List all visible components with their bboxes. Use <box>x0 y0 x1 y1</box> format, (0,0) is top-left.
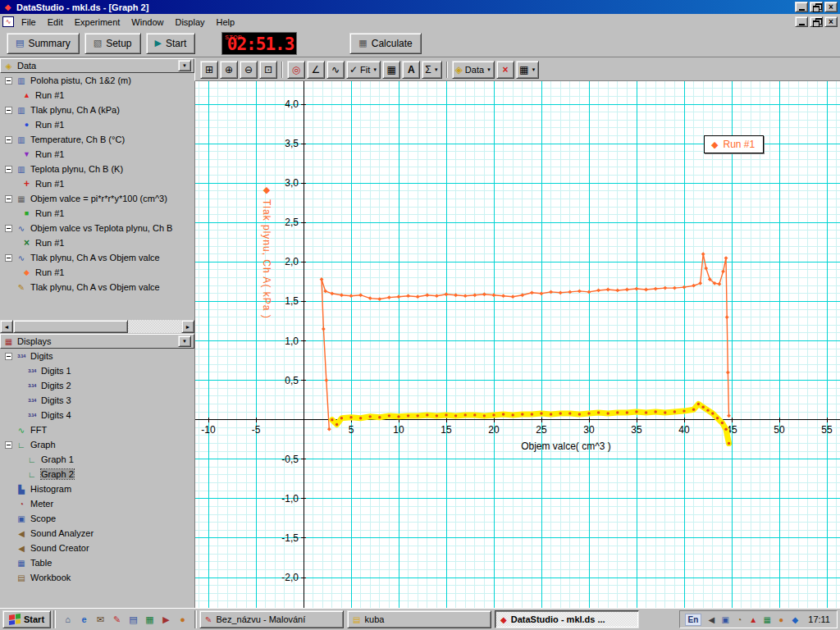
tray-messenger-icon[interactable]: ◆ <box>789 615 801 624</box>
display-type-row[interactable]: ▤Workbook <box>0 570 194 585</box>
data-source-row[interactable]: ∿Objem valce vs Teplota plynu, Ch B <box>0 221 194 235</box>
tray-display-icon[interactable]: ▣ <box>719 615 731 624</box>
run-row[interactable]: +Run #1 <box>0 176 194 191</box>
collapse-icon[interactable] <box>5 195 12 203</box>
run-row[interactable]: ×Run #1 <box>0 235 194 250</box>
display-type-row[interactable]: ∟Graph <box>0 437 194 452</box>
display-item-row[interactable]: 3.14Digits 4 <box>0 408 194 422</box>
quicklaunch-sheet[interactable]: ▦ <box>143 613 157 627</box>
menu-item-help[interactable]: Help <box>211 16 241 29</box>
quicklaunch-media[interactable]: ▶ <box>159 613 173 627</box>
data-source-row[interactable]: ▥Tlak plynu, Ch A (kPa) <box>0 103 194 117</box>
summary-button[interactable]: ▤ Summary <box>7 33 80 54</box>
collapse-icon[interactable] <box>5 254 12 262</box>
quicklaunch-globe[interactable]: ● <box>176 613 189 627</box>
run-row[interactable]: ▲Run #1 <box>0 88 194 103</box>
graph-settings-button[interactable]: ▦▼ <box>516 61 539 79</box>
data-source-row[interactable]: ▥Temperature, Ch B (°C) <box>0 132 194 147</box>
smart-tool-button[interactable]: ◎ <box>287 61 305 79</box>
display-item-row[interactable]: ∟Graph 1 <box>0 452 194 467</box>
scroll-left-button[interactable]: ◄ <box>0 320 13 333</box>
diamond-data-point <box>482 292 486 296</box>
setup-button[interactable]: ▧ Setup <box>84 33 141 54</box>
display-type-row[interactable]: ▙Histogram <box>0 482 194 496</box>
data-source-row[interactable]: ▥Poloha pistu, Ch 1&2 (m) <box>0 73 194 88</box>
fit-menu-button[interactable]: ✓Fit▼ <box>346 61 381 79</box>
graph-canvas[interactable]: -10-55101520253035404550554,03,53,02,52,… <box>195 81 840 608</box>
remove-data-button[interactable]: × <box>496 61 514 79</box>
quicklaunch-browser[interactable]: e <box>77 613 91 627</box>
display-type-row[interactable]: 3.14Digits <box>0 349 194 363</box>
taskbar-clock[interactable]: 17:11 <box>808 614 830 624</box>
menu-item-file[interactable]: File <box>16 16 42 29</box>
minimize-button[interactable] <box>795 2 808 12</box>
data-source-row[interactable]: ✎Tlak plynu, Ch A vs Objem valce <box>0 280 194 294</box>
menu-item-experiment[interactable]: Experiment <box>69 16 126 29</box>
menu-item-display[interactable]: Display <box>169 16 210 29</box>
collapse-icon[interactable] <box>5 77 12 84</box>
text-annotation-button[interactable]: A <box>402 61 420 79</box>
collapse-icon[interactable] <box>5 136 12 144</box>
collapse-icon[interactable] <box>5 225 12 232</box>
quicklaunch-desktop[interactable]: ⌂ <box>61 613 75 627</box>
data-panel-menu-button[interactable]: ▼ <box>178 60 191 71</box>
scroll-thumb[interactable] <box>13 320 128 333</box>
collapse-icon[interactable] <box>5 441 12 449</box>
scroll-right-button[interactable]: ► <box>181 320 194 333</box>
graph-legend[interactable]: ◆ Run #1 <box>704 135 764 153</box>
quicklaunch-document[interactable]: ▤ <box>126 613 140 627</box>
display-item-row[interactable]: 3.14Digits 1 <box>0 363 194 378</box>
calculate-tool-button[interactable]: ▦ <box>382 61 400 79</box>
mdi-minimize-button[interactable] <box>795 16 808 27</box>
statistics-menu-button[interactable]: Σ▼ <box>422 61 441 79</box>
data-source-row[interactable]: ▥Teplota plynu, Ch B (K) <box>0 162 194 176</box>
tangent-tool-button[interactable]: ∿ <box>326 61 345 79</box>
display-item-row[interactable]: 3.14Digits 2 <box>0 378 194 393</box>
display-type-row[interactable]: ◀Sound Analyzer <box>0 526 194 541</box>
display-type-row[interactable]: ◀Sound Creator <box>0 541 194 555</box>
tray-schedule-icon[interactable]: ◔ <box>733 615 745 624</box>
tray-volume-icon[interactable]: ◀ <box>705 615 717 624</box>
scale-to-fit-button[interactable]: ⊞ <box>200 61 218 79</box>
quicklaunch-paint[interactable]: ✎ <box>110 613 124 627</box>
mdi-restore-button[interactable] <box>810 16 823 27</box>
displays-panel-menu-button[interactable]: ▼ <box>178 336 191 347</box>
data-source-row[interactable]: ▦Objem valce = pi*r*r*y*100 (cm^3) <box>0 191 194 206</box>
calculate-button[interactable]: ▦ Calculate <box>349 33 421 54</box>
menu-item-window[interactable]: Window <box>126 16 169 29</box>
scroll-track[interactable] <box>13 320 181 333</box>
display-item-row[interactable]: 3.14Digits 3 <box>0 393 194 408</box>
tray-antivirus-icon[interactable]: ▲ <box>747 615 759 624</box>
task-datastudio[interactable]: ◆DataStudio - mkl.ds ... <box>495 610 639 628</box>
run-row[interactable]: ▼Run #1 <box>0 147 194 162</box>
data-source-row[interactable]: ∿Tlak plynu, Ch A vs Objem valce <box>0 250 194 265</box>
display-type-row[interactable]: ∿FFT <box>0 422 194 437</box>
zoom-out-button[interactable]: ⊖ <box>240 61 258 79</box>
language-indicator[interactable]: En <box>685 614 702 626</box>
run-row[interactable]: ◆Run #1 <box>0 265 194 280</box>
collapse-icon[interactable] <box>5 353 12 360</box>
restore-button[interactable] <box>810 2 823 12</box>
tray-network-icon[interactable]: ▦ <box>761 615 773 624</box>
close-button[interactable]: × <box>824 2 838 12</box>
tray-update-icon[interactable]: ● <box>775 615 787 624</box>
start-menu-button[interactable]: Start <box>2 610 51 628</box>
zoom-select-button[interactable]: ⊡ <box>259 61 277 79</box>
run-row[interactable]: ●Run #1 <box>0 117 194 132</box>
display-type-row[interactable]: ▦Table <box>0 555 194 570</box>
menu-item-edit[interactable]: Edit <box>42 16 69 29</box>
quicklaunch-mail[interactable]: ✉ <box>94 613 107 627</box>
mdi-close-button[interactable]: × <box>824 16 838 27</box>
display-type-row[interactable]: ◔Meter <box>0 496 194 511</box>
collapse-icon[interactable] <box>5 107 12 114</box>
data-menu-button[interactable]: ◈Data▼ <box>452 61 495 79</box>
collapse-icon[interactable] <box>5 166 12 173</box>
task-folder-kuba[interactable]: ▤kuba <box>347 610 491 628</box>
task-paint[interactable]: ✎Bez_názvu - Malování <box>199 610 344 628</box>
display-item-row[interactable]: ∟Graph 2 <box>0 467 194 482</box>
slope-tool-button[interactable]: ∠ <box>307 61 325 79</box>
display-type-row[interactable]: ▣Scope <box>0 511 194 526</box>
start-recording-button[interactable]: ▶ Start <box>146 33 196 54</box>
zoom-in-button[interactable]: ⊕ <box>220 61 238 79</box>
run-row[interactable]: ■Run #1 <box>0 206 194 221</box>
